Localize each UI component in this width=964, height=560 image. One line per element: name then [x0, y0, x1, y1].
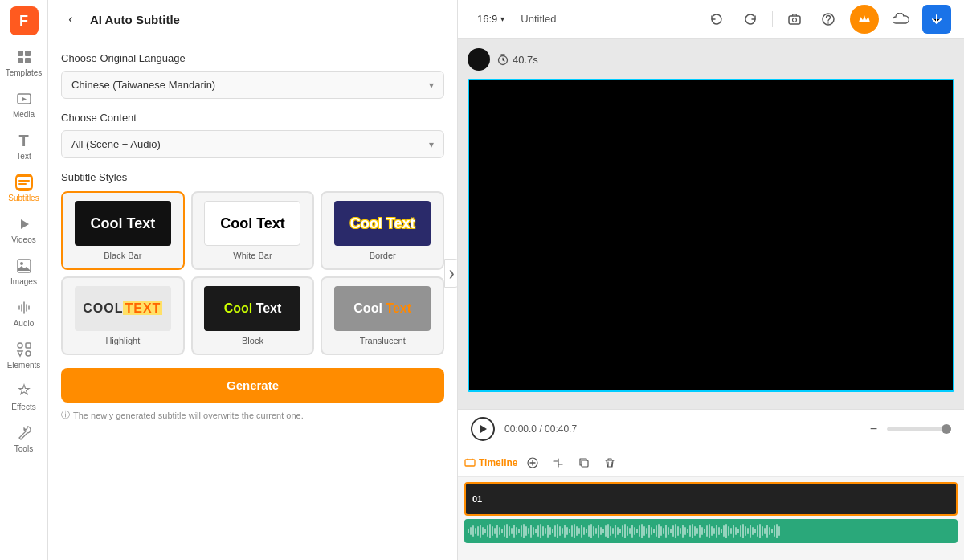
timeline-add-button[interactable] — [522, 452, 543, 473]
waveform-bar — [672, 525, 674, 537]
sidebar-item-images[interactable]: Images — [0, 251, 47, 292]
sidebar-item-text[interactable]: T Text — [0, 125, 47, 167]
style-card-border[interactable]: Cool Text Border — [321, 191, 444, 270]
style-card-white-bar[interactable]: Cool Text White Bar — [191, 191, 315, 270]
waveform-bar — [470, 527, 472, 535]
timeline-toolbar: Timeline — [458, 448, 964, 477]
waveform-bar — [668, 527, 669, 535]
templates-icon — [15, 48, 33, 66]
waveform-bar — [699, 525, 701, 538]
chevron-down-icon-2: ▾ — [429, 139, 434, 150]
sidebar-item-subtitles[interactable]: Subtitles — [0, 167, 47, 209]
waveform-bar — [487, 525, 488, 537]
waveform-bar — [757, 525, 758, 537]
export-button[interactable] — [922, 5, 951, 34]
aspect-ratio-button[interactable]: 16:9 ▾ — [471, 10, 511, 28]
waveform-bar — [665, 525, 667, 538]
help-button[interactable] — [816, 7, 840, 31]
translucent-preview: Cool Text — [334, 286, 431, 331]
style-card-highlight[interactable]: COOLTEXT Highlight — [61, 276, 185, 355]
waveform-bar — [509, 526, 510, 536]
waveform-bar — [682, 525, 684, 538]
waveform-bar — [660, 526, 662, 536]
waveform-bar — [552, 529, 553, 533]
zoom-slider[interactable] — [887, 427, 951, 431]
waveform-bar — [506, 524, 508, 538]
waveform-bar — [670, 529, 672, 533]
subtitles-icon — [15, 174, 33, 191]
sidebar-item-audio[interactable]: Audio — [0, 292, 47, 334]
waveform-bar — [774, 525, 775, 537]
style-card-translucent[interactable]: Cool Text Translucent — [321, 276, 444, 355]
waveform-bar — [525, 526, 527, 536]
cloud-button[interactable] — [888, 7, 913, 31]
generate-button[interactable]: Generate — [61, 368, 444, 403]
waveform-bar — [494, 528, 496, 534]
sidebar-item-tools[interactable]: Tools — [0, 418, 47, 460]
canvas-area: 40.7s — [458, 39, 964, 409]
waveform-bar — [489, 524, 491, 538]
waveform-bar — [528, 528, 529, 534]
timeline-label: Timeline — [464, 457, 517, 468]
block-preview: Cool Text — [204, 286, 300, 331]
svg-point-17 — [827, 22, 829, 24]
waveform-bar — [631, 525, 633, 538]
redo-button[interactable] — [738, 7, 762, 31]
original-language-dropdown[interactable]: Chinese (Taiwanese Mandarin) ▾ — [61, 71, 444, 99]
waveform-bar — [771, 529, 773, 533]
sidebar-item-templates-label: Templates — [6, 68, 43, 77]
sidebar-item-elements[interactable]: Elements — [0, 334, 47, 376]
waveform-bar — [559, 526, 561, 536]
waveform-bar — [762, 526, 763, 536]
waveform-bar — [658, 524, 660, 538]
timeline-delete-button[interactable] — [599, 452, 620, 473]
undo-button[interactable] — [705, 7, 729, 31]
crown-button[interactable] — [850, 5, 879, 34]
waveform-bar — [482, 527, 484, 535]
waveform-bar — [480, 525, 481, 538]
waveform-bar — [472, 525, 474, 537]
style-card-block[interactable]: Cool Text Block — [191, 276, 315, 355]
waveform-bar — [684, 527, 686, 535]
waveform-bar — [612, 528, 614, 534]
audio-track[interactable] — [464, 519, 958, 543]
sidebar-item-templates[interactable]: Templates — [0, 42, 47, 84]
sidebar-item-effects[interactable]: Effects — [0, 376, 47, 418]
playback-bar: 00:00.0 / 00:40.7 − — [458, 409, 964, 448]
svg-rect-12 — [26, 343, 31, 348]
back-button[interactable]: ‹ — [61, 10, 80, 29]
waveform-bar — [677, 526, 679, 536]
timeline-copy-button[interactable] — [574, 452, 594, 473]
sidebar-item-media[interactable]: Media — [0, 84, 47, 125]
content-value: All (Scene + Audio) — [71, 138, 161, 150]
zoom-out-button[interactable]: − — [870, 422, 877, 436]
waveform-bar — [704, 529, 705, 533]
panel-header: ‹ AI Auto Subtitle — [48, 0, 457, 39]
waveform-bar — [504, 525, 505, 537]
waveform-bar — [711, 526, 713, 536]
style-name-white-bar: White Bar — [233, 251, 272, 260]
waveform-bar — [639, 525, 640, 537]
waveform-bar — [581, 525, 582, 538]
waveform-bar — [643, 526, 645, 536]
waveform-bar — [759, 524, 761, 538]
subtitle-track-item[interactable]: 01 — [464, 482, 958, 516]
subtitle-styles-label: Subtitle Styles — [61, 171, 444, 183]
waveform-bar — [656, 525, 657, 537]
camera-button[interactable] — [782, 7, 807, 31]
waveform-bar — [511, 528, 513, 534]
styles-next-arrow[interactable]: ❯ — [444, 259, 457, 288]
waveform-bar — [578, 528, 580, 534]
play-button[interactable] — [471, 417, 495, 441]
timeline-split-button[interactable] — [548, 452, 569, 473]
waveform-bar — [590, 524, 592, 538]
waveform-bar — [547, 525, 549, 538]
highlight-preview: COOLTEXT — [75, 286, 171, 331]
waveform-bar — [641, 524, 643, 538]
app-logo[interactable]: F — [10, 6, 39, 35]
waveform-bar — [737, 529, 739, 533]
waveform-bar — [776, 524, 778, 538]
sidebar-item-videos[interactable]: Videos — [0, 209, 47, 251]
content-dropdown[interactable]: All (Scene + Audio) ▾ — [61, 130, 444, 158]
style-card-black-bar[interactable]: Cool Text Black Bar — [61, 191, 185, 270]
